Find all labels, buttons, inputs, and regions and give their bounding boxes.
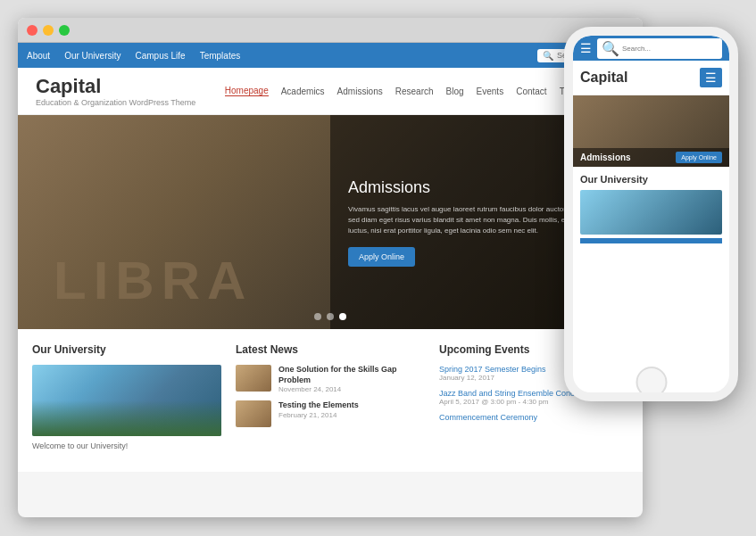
main-nav-bar: Capital Education & Organization WordPre… (18, 68, 643, 115)
slider-dot-3[interactable] (339, 313, 346, 320)
browser-chrome (18, 18, 643, 43)
site-description: Education & Organization WordPress Theme (36, 98, 195, 107)
nav-blog[interactable]: Blog (446, 87, 464, 96)
news-title-2[interactable]: Testing the Elements (278, 400, 359, 411)
welcome-text: Welcome to our University! (32, 441, 221, 450)
phone-search-input[interactable] (622, 45, 676, 53)
browser-content: About Our University Campus Life Templat… (18, 43, 643, 517)
latest-news-title: Latest News (236, 343, 425, 356)
maximize-dot[interactable] (59, 25, 70, 36)
top-nav-templates[interactable]: Templates (200, 51, 241, 61)
latest-news-section: Latest News One Solution for the Skills … (236, 343, 425, 458)
phone-our-university-title: Our University (580, 174, 722, 185)
slider-dot-2[interactable] (327, 313, 334, 320)
phone-search-icon: 🔍 (602, 40, 619, 57)
phone-university-image (580, 190, 722, 235)
nav-research[interactable]: Research (395, 87, 434, 96)
phone-our-university: Our University (573, 167, 729, 251)
close-dot[interactable] (27, 25, 37, 36)
top-nav-campus-life[interactable]: Campus Life (136, 51, 186, 61)
phone-hero: Admissions Apply Online (573, 95, 729, 167)
phone-admissions-overlay: Admissions Apply Online (573, 148, 729, 167)
phone-top-bar: ☰ 🔍 (573, 36, 729, 61)
nav-homepage[interactable]: Homepage (225, 86, 269, 96)
nav-events[interactable]: Events (477, 87, 504, 96)
our-university-section: Our University Welcome to our University… (32, 343, 221, 458)
phone-header: Capital ☰ (573, 61, 729, 95)
news-date-1: November 24, 2014 (278, 385, 425, 393)
scene: About Our University Campus Life Templat… (0, 0, 756, 536)
top-nav-links: About Our University Campus Life Templat… (27, 51, 240, 61)
phone-hamburger-button[interactable]: ☰ (700, 68, 722, 87)
desktop-browser: About Our University Campus Life Templat… (18, 18, 643, 517)
site-title: Capital (36, 75, 195, 98)
news-info-2: Testing the Elements February 21, 2014 (278, 400, 359, 419)
phone-site-title: Capital (580, 70, 627, 86)
content-area: Our University Welcome to our University… (18, 329, 643, 472)
news-thumbnail-2 (236, 400, 271, 427)
top-nav-about[interactable]: About (27, 51, 50, 61)
news-info-1: One Solution for the Skills Gap Problem … (278, 365, 425, 393)
top-nav-bar: About Our University Campus Life Templat… (18, 43, 643, 68)
slider-dots (314, 313, 346, 320)
hero-section: Admissions Vivamus sagittis lacus vel au… (18, 115, 643, 329)
phone-menu-icon[interactable]: ☰ (580, 41, 592, 55)
phone-home-button[interactable] (636, 367, 667, 398)
news-item-1: One Solution for the Skills Gap Problem … (236, 365, 425, 393)
event-title-3[interactable]: Commencement Ceremony (439, 413, 628, 422)
apply-online-button[interactable]: Apply Online (348, 247, 415, 267)
phone-apply-button[interactable]: Apply Online (676, 152, 722, 163)
slider-dot-1[interactable] (314, 313, 321, 320)
news-title-1[interactable]: One Solution for the Skills Gap Problem (278, 365, 425, 385)
phone-search-bar[interactable]: 🔍 (597, 38, 722, 59)
our-university-title: Our University (32, 343, 221, 356)
news-thumbnail-1 (236, 365, 271, 392)
top-nav-our-university[interactable]: Our University (64, 51, 120, 61)
minimize-dot[interactable] (43, 25, 54, 36)
phone-speaker (629, 32, 674, 36)
mobile-phone: ☰ 🔍 Capital ☰ Admissions Apply Online (564, 27, 738, 401)
phone-screen: ☰ 🔍 Capital ☰ Admissions Apply Online (573, 36, 729, 392)
university-image (32, 365, 221, 436)
nav-academics[interactable]: Academics (281, 87, 325, 96)
phone-blue-accent-bar (580, 238, 722, 243)
nav-contact[interactable]: Contact (516, 87, 546, 96)
phone-admissions-title: Admissions (580, 153, 631, 162)
search-icon: 🔍 (543, 51, 553, 61)
site-branding: Capital Education & Organization WordPre… (36, 75, 195, 107)
news-date-2: February 21, 2014 (278, 411, 359, 419)
nav-admissions[interactable]: Admissions (337, 87, 383, 96)
event-item-3: Commencement Ceremony (439, 413, 628, 422)
news-item-2: Testing the Elements February 21, 2014 (236, 400, 425, 427)
